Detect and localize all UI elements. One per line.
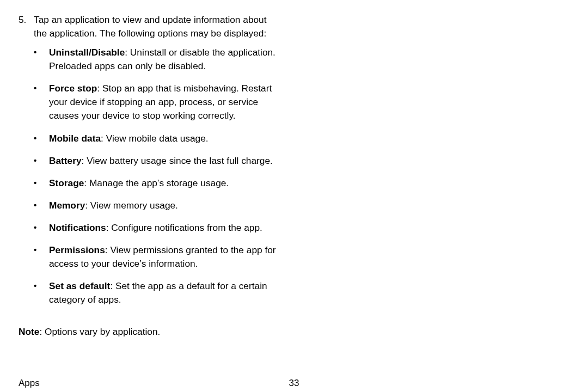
option-permissions: • Permissions: View permissions granted … <box>34 243 279 271</box>
option-label: Permissions <box>49 244 105 255</box>
option-label: Notifications <box>49 222 106 233</box>
note-text: : Options vary by application. <box>39 326 160 337</box>
option-battery: • Battery: View battery usage since the … <box>34 154 279 168</box>
option-uninstall-disable: • Uninstall/Disable: Uninstall or disabl… <box>34 46 279 73</box>
option-force-stop: • Force stop: Stop an app that is misbeh… <box>34 82 279 122</box>
option-text: Memory: View memory usage. <box>49 199 279 212</box>
option-label: Memory <box>49 200 85 211</box>
option-text: Uninstall/Disable: Uninstall or disable … <box>49 46 279 73</box>
bullet-icon: • <box>34 46 49 73</box>
step-intro-text: Tap an application to view and update in… <box>34 14 267 39</box>
option-text: Storage: Manage the app’s storage usage. <box>49 176 279 190</box>
two-column-body: 5. Tap an application to view and update… <box>19 13 569 356</box>
option-label: Battery <box>49 155 82 166</box>
option-label: Storage <box>49 177 84 188</box>
option-text: Set as default: Set the app as a default… <box>49 279 279 307</box>
numbered-step: 5. Tap an application to view and update… <box>19 13 279 315</box>
bullet-icon: • <box>34 221 49 235</box>
manual-page: 5. Tap an application to view and update… <box>0 0 588 392</box>
option-label: Uninstall/Disable <box>49 47 125 58</box>
bullet-icon: • <box>34 243 49 271</box>
option-text: Battery: View battery usage since the la… <box>49 154 279 168</box>
option-text: Mobile data: View mobile data usage. <box>49 132 279 145</box>
option-desc: : View battery usage since the last full… <box>82 155 273 166</box>
option-label: Force stop <box>49 83 97 94</box>
footer-page-number: 33 <box>289 378 299 389</box>
option-set-as-default: • Set as default: Set the app as a defau… <box>34 279 279 307</box>
note-paragraph: Note: Options vary by application. <box>19 325 279 339</box>
footer-section-title: Apps <box>19 378 40 389</box>
step-body: Tap an application to view and update in… <box>34 13 279 315</box>
option-storage: • Storage: Manage the app’s storage usag… <box>34 176 279 190</box>
option-text: Permissions: View permissions granted to… <box>49 243 279 271</box>
options-list: • Uninstall/Disable: Uninstall or disabl… <box>34 46 279 307</box>
option-mobile-data: • Mobile data: View mobile data usage. <box>34 132 279 145</box>
option-desc: : View mobile data usage. <box>101 133 209 144</box>
option-notifications: • Notifications: Configure notifications… <box>34 221 279 235</box>
option-memory: • Memory: View memory usage. <box>34 199 279 212</box>
bullet-icon: • <box>34 176 49 190</box>
option-label: Mobile data <box>49 133 101 144</box>
option-desc: : Configure notifications from the app. <box>106 222 262 233</box>
bullet-icon: • <box>34 199 49 212</box>
option-desc: : Manage the app’s storage usage. <box>84 177 229 188</box>
bullet-icon: • <box>34 154 49 168</box>
bullet-icon: • <box>34 279 49 307</box>
bullet-icon: • <box>34 132 49 145</box>
option-label: Set as default <box>49 280 110 291</box>
option-text: Force stop: Stop an app that is misbehav… <box>49 82 279 122</box>
step-number: 5. <box>19 13 34 315</box>
bullet-icon: • <box>34 82 49 122</box>
note-label: Note <box>19 326 39 337</box>
option-text: Notifications: Configure notifications f… <box>49 221 279 235</box>
option-desc: : View memory usage. <box>85 200 178 211</box>
